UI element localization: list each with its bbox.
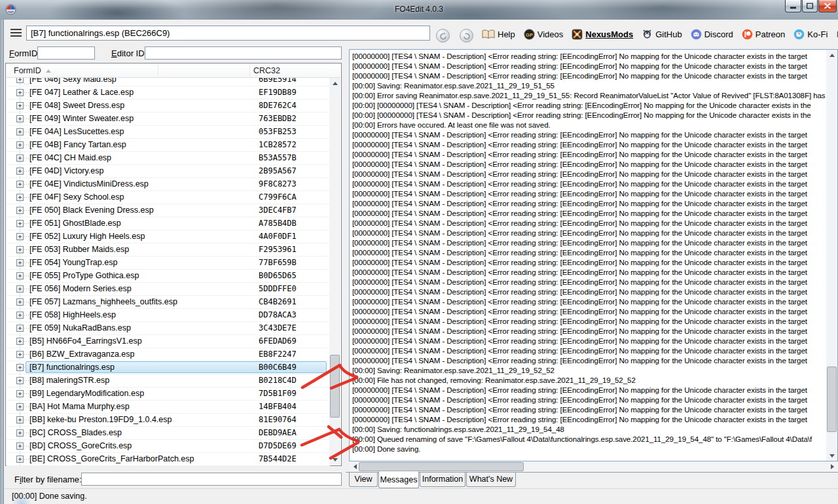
tab-information[interactable]: Information — [420, 473, 465, 487]
table-row[interactable]: [BC] CROSS_Blades.espDEBD9AEA — [7, 427, 330, 440]
expand-plus-icon[interactable] — [16, 246, 24, 253]
patreon-link[interactable]: Patreon — [742, 29, 786, 40]
expand-plus-icon[interactable] — [16, 102, 24, 109]
table-row[interactable]: [BE] CROSS_GoreCrits_FarHarborPatch.esp7… — [7, 453, 330, 466]
formid-input[interactable] — [37, 46, 95, 60]
scrollbar-thumb[interactable] — [827, 367, 837, 432]
expand-plus-icon[interactable] — [16, 89, 24, 96]
table-row[interactable]: [B7] functionalrings.espB00C6B49 — [7, 361, 330, 374]
expand-plus-icon[interactable] — [16, 233, 24, 240]
expand-plus-icon[interactable] — [16, 168, 24, 175]
scrollbar-thumb[interactable] — [359, 462, 524, 471]
tab-messages[interactable]: Messages — [378, 471, 419, 488]
log-line: [00000000] [TES4 \ SNAM - Description] <… — [352, 159, 826, 169]
table-row[interactable]: [FE 04E] VindictusMiniDress.esp9F8C8273 — [7, 178, 330, 191]
forward-button[interactable] — [460, 29, 473, 43]
main-menu-icon[interactable] — [10, 29, 22, 38]
filter-by-filename-input[interactable] — [81, 473, 342, 486]
table-row[interactable]: [FE 047] Leather & Lace.espEF19DB89 — [7, 86, 330, 99]
expand-plus-icon[interactable] — [16, 416, 24, 423]
scroll-down-icon[interactable] — [329, 454, 340, 465]
table-row[interactable]: [FE 046] Sexy Maid.esp6B9E5914 — [7, 78, 330, 86]
expand-plus-icon[interactable] — [16, 325, 24, 332]
table-row[interactable]: [FE 04B] Fancy Tartan.esp1CB28572 — [7, 139, 330, 152]
scroll-down-icon[interactable] — [826, 450, 837, 461]
expand-plus-icon[interactable] — [16, 312, 24, 319]
expand-plus-icon[interactable] — [16, 128, 24, 135]
table-row[interactable]: [BD] CROSS_GoreCrits.espD7D5DE69 — [7, 440, 330, 453]
table-row[interactable]: [FE 049] Winter Sweater.esp763EBDB2 — [7, 113, 330, 126]
expand-plus-icon[interactable] — [16, 78, 24, 83]
table-row[interactable]: [FE 052] Luxury High Heels.esp4A0F0DF1 — [7, 230, 330, 243]
expand-plus-icon[interactable] — [16, 403, 24, 410]
expand-plus-icon[interactable] — [16, 351, 24, 358]
scrollbar-thumb[interactable] — [330, 355, 340, 418]
close-button[interactable] — [818, 0, 837, 12]
table-row[interactable]: [BB] keke-bu Preston.19FD9_1.0.4.esp81E9… — [7, 414, 330, 427]
table-row[interactable]: [B8] maleringSTR.espB0218C4D — [7, 374, 330, 387]
expand-plus-icon[interactable] — [16, 377, 24, 384]
log-line: [00:00] Saving: Reanimator.esp.save.2021… — [352, 81, 826, 90]
table-row[interactable]: [FE 050] Black Evening Dress.esp3DEC4FB7 — [7, 204, 330, 217]
plugin-name: [BC] CROSS_Blades.esp — [29, 427, 122, 439]
column-header-formid[interactable]: FormID — [14, 66, 41, 75]
expand-plus-icon[interactable] — [16, 364, 24, 371]
expand-plus-icon[interactable] — [16, 442, 24, 450]
expand-plus-icon[interactable] — [16, 338, 24, 345]
tree-scrollbar[interactable] — [329, 78, 340, 465]
messages-log[interactable]: [00000000] [TES4 \ SNAM - Description] <… — [349, 49, 838, 461]
maximize-button[interactable] — [802, 0, 818, 12]
back-button[interactable] — [436, 29, 450, 43]
plugin-crc32: 9F8C8273 — [259, 178, 297, 190]
scroll-right-icon[interactable] — [826, 461, 837, 472]
expand-plus-icon[interactable] — [16, 298, 24, 306]
table-row[interactable]: [FE 056] Modern Series.esp5DDDFFE0 — [7, 283, 330, 296]
table-row[interactable]: [FE 04F] Sexy School.espC799F6CA — [7, 191, 330, 204]
table-row[interactable]: [FE 04A] LesSucettes.esp053FB253 — [7, 126, 330, 139]
expand-plus-icon[interactable] — [16, 285, 24, 293]
expand-plus-icon[interactable] — [16, 115, 24, 122]
table-row[interactable]: [FE 051] GhostBlade.espA785B4DB — [7, 217, 330, 230]
videos-link[interactable]: GP Videos — [524, 29, 564, 40]
plugin-selector-field[interactable]: [B7] functionalrings.esp (BEC266C9) — [26, 26, 430, 41]
help-link[interactable]: Help — [482, 29, 515, 39]
expand-plus-icon[interactable] — [16, 390, 24, 397]
table-row[interactable]: [FE 048] Sweet Dress.esp8DE762C4 — [7, 99, 330, 113]
expand-plus-icon[interactable] — [16, 207, 24, 214]
minimize-button[interactable] — [785, 0, 801, 12]
table-row[interactable]: [FE 053] Rubber Maids.espF2953961 — [7, 243, 330, 257]
log-vertical-scrollbar[interactable] — [826, 50, 837, 461]
scroll-up-icon[interactable] — [329, 78, 340, 89]
expand-plus-icon[interactable] — [16, 194, 24, 201]
github-link[interactable]: GitHub — [642, 29, 682, 40]
expand-plus-icon[interactable] — [16, 456, 24, 463]
discord-link[interactable]: Discord — [691, 29, 733, 40]
table-row[interactable]: [FE 058] HighHeels.espDD78ACA3 — [7, 309, 330, 322]
expand-plus-icon[interactable] — [16, 429, 24, 437]
expand-plus-icon[interactable] — [16, 272, 24, 279]
tab-view[interactable]: View — [349, 473, 378, 487]
expand-plus-icon[interactable] — [16, 141, 24, 149]
expand-plus-icon[interactable] — [16, 259, 24, 266]
column-header-crc32[interactable]: CRC32 — [253, 66, 280, 75]
expand-plus-icon[interactable] — [16, 220, 24, 227]
table-row[interactable]: [FE 04D] Victory.esp2B95A567 — [7, 165, 330, 178]
table-row[interactable]: [FE 057] Lazmans_highheels_outfits.espCB… — [7, 296, 330, 309]
kofi-link[interactable]: Ko-Fi — [793, 29, 828, 40]
table-row[interactable]: [FE 059] NukaRadBans.esp3C43DE7E — [7, 322, 330, 335]
expand-plus-icon[interactable] — [16, 181, 24, 188]
table-row[interactable]: [FE 04C] CH Maid.espB53A557B — [7, 152, 330, 165]
table-row[interactable]: [BA] Hot Mama Murphy.esp14BFB404 — [7, 401, 330, 414]
tree-header[interactable]: FormID CRC32 — [7, 64, 340, 78]
nexusmods-link[interactable]: NexusMods — [572, 29, 633, 40]
table-row[interactable]: [B5] HN66Fo4_EarringsV1.esp6FEDAD69 — [7, 335, 330, 348]
scroll-up-icon[interactable] — [826, 50, 837, 61]
log-horizontal-scrollbar[interactable] — [350, 461, 838, 472]
expand-plus-icon[interactable] — [16, 154, 24, 162]
table-row[interactable]: [B6] BZW_Extravaganza.espEB8F2247 — [7, 348, 330, 361]
tab-whats-new[interactable]: What's New — [466, 473, 516, 487]
table-row[interactable]: [FE 054] YoungTrap.esp77BF659B — [7, 257, 330, 270]
table-row[interactable]: [FE 055] ProType Gothica.espB0D65D65 — [7, 270, 330, 283]
editorid-input[interactable] — [145, 46, 342, 60]
table-row[interactable]: [B9] LegendaryModification.esp7D5B1F09 — [7, 387, 330, 401]
